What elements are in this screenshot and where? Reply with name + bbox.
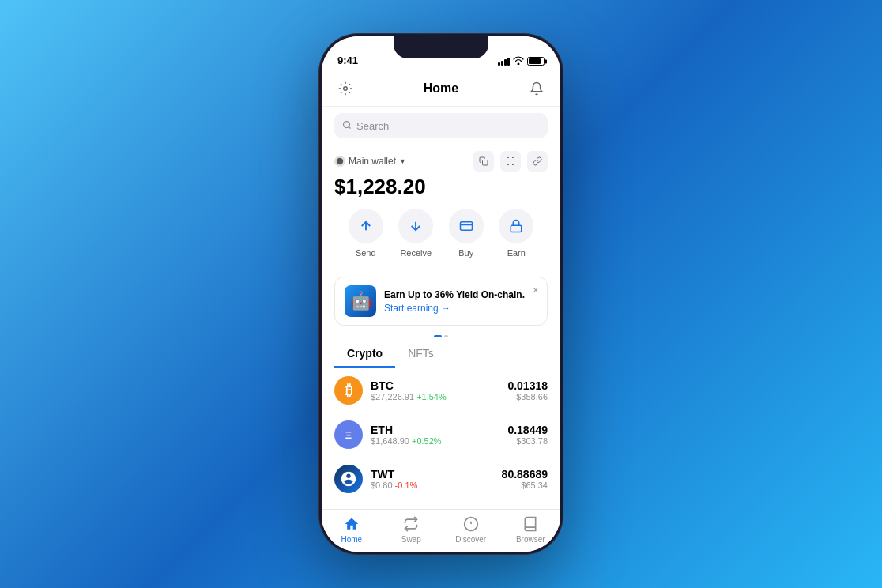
btc-symbol: BTC	[371, 379, 499, 392]
btc-info: BTC $27,226.91 +1.54%	[371, 379, 499, 401]
asset-item-bnb[interactable]: B BNB 2.23298	[322, 501, 560, 509]
wallet-balance: $1,228.20	[334, 175, 548, 199]
phone-notch	[394, 36, 488, 58]
eth-balance: 0.18449	[507, 424, 548, 436]
wallet-header: Main wallet ▼	[334, 151, 548, 172]
banner-close-icon[interactable]: ×	[533, 284, 539, 296]
buy-icon	[449, 209, 484, 243]
receive-icon	[398, 209, 433, 243]
search-icon	[342, 120, 352, 132]
svg-rect-9	[511, 225, 522, 232]
twt-value: $65.34	[502, 481, 548, 490]
swap-icon	[401, 514, 420, 533]
top-nav: Home	[322, 71, 560, 107]
signal-icon	[498, 58, 510, 66]
earn-button[interactable]: Earn	[499, 209, 533, 258]
eth-symbol: ETH	[371, 424, 499, 436]
home-icon	[342, 514, 361, 533]
svg-line-2	[349, 126, 350, 128]
asset-item-eth[interactable]: Ξ ETH $1,648.90 +0.52% 0.18449 $303.78	[322, 413, 560, 457]
banner-robot-icon: 🤖	[345, 285, 376, 317]
nav-home-label: Home	[341, 535, 362, 544]
nav-browser[interactable]: Browser	[501, 514, 561, 544]
svg-rect-4	[483, 160, 488, 166]
battery-icon	[527, 57, 545, 66]
banner-title: Earn Up to 36% Yield On-chain.	[384, 289, 537, 300]
earn-label: Earn	[507, 248, 526, 258]
settings-icon[interactable]	[334, 77, 356, 100]
nav-swap[interactable]: Swap	[382, 514, 442, 544]
earn-banner: 🤖 Earn Up to 36% Yield On-chain. Start e…	[334, 277, 548, 326]
eth-price: $1,648.90 +0.52%	[371, 436, 499, 446]
asset-item-btc[interactable]: ₿ BTC $27,226.91 +1.54% 0.01318 $358.66	[322, 368, 560, 413]
btc-amount: 0.01318 $358.66	[507, 379, 548, 401]
search-placeholder: Search	[356, 120, 389, 132]
eth-info: ETH $1,648.90 +0.52%	[371, 424, 499, 446]
buy-button[interactable]: Buy	[449, 209, 484, 258]
wallet-section: Main wallet ▼	[322, 145, 560, 277]
svg-point-0	[344, 87, 348, 91]
nav-swap-label: Swap	[401, 535, 421, 544]
btc-balance: 0.01318	[507, 379, 548, 392]
btc-change: +1.54%	[416, 392, 447, 401]
wallet-small-icon	[334, 156, 345, 167]
app-content: Home Search	[322, 71, 560, 552]
asset-list: ₿ BTC $27,226.91 +1.54% 0.01318 $358.66	[322, 368, 560, 509]
phone-screen: 9:41	[322, 36, 560, 552]
nav-discover-label: Discover	[455, 535, 486, 544]
banner-text: Earn Up to 36% Yield On-chain. Start ear…	[384, 289, 537, 314]
receive-button[interactable]: Receive	[398, 209, 433, 258]
asset-item-twt[interactable]: TWT $0.80 -0.1% 80.88689 $65.34	[322, 457, 560, 501]
search-bar[interactable]: Search	[334, 113, 548, 138]
btc-value: $358.66	[507, 392, 548, 401]
svg-rect-7	[460, 222, 472, 231]
wallet-label: Main wallet	[349, 156, 396, 167]
nav-home[interactable]: Home	[322, 514, 382, 544]
wallet-name-row[interactable]: Main wallet ▼	[334, 156, 406, 167]
twt-change: -0.1%	[395, 481, 418, 490]
twt-balance: 80.88689	[502, 468, 548, 481]
eth-value: $303.78	[507, 436, 548, 446]
receive-label: Receive	[400, 248, 432, 258]
wallet-chevron-icon: ▼	[399, 157, 406, 165]
nav-browser-label: Browser	[516, 535, 545, 544]
status-time: 9:41	[337, 55, 358, 66]
btc-logo: ₿	[334, 376, 363, 405]
tab-crypto[interactable]: Crypto	[334, 341, 395, 368]
twt-logo	[334, 465, 363, 493]
eth-amount: 0.18449 $303.78	[507, 424, 548, 446]
banner-dots	[322, 335, 560, 337]
wallet-top-actions	[473, 151, 548, 172]
expand-icon[interactable]	[500, 151, 521, 172]
wifi-icon	[513, 56, 524, 66]
bottom-nav: Home Swap	[322, 509, 560, 552]
eth-logo: Ξ	[334, 420, 363, 449]
send-icon	[349, 209, 383, 243]
earn-icon	[499, 209, 533, 243]
status-icons	[498, 56, 545, 66]
eth-change: +0.52%	[412, 436, 442, 446]
connect-icon[interactable]	[527, 151, 548, 172]
send-label: Send	[356, 248, 376, 258]
tab-nfts[interactable]: NFTs	[395, 341, 447, 368]
twt-info: TWT $0.80 -0.1%	[371, 468, 494, 490]
nav-discover[interactable]: Discover	[441, 514, 501, 544]
svg-point-3	[337, 158, 343, 164]
twt-symbol: TWT	[371, 468, 494, 481]
page-title: Home	[424, 81, 458, 96]
twt-price: $0.80 -0.1%	[371, 481, 494, 490]
action-buttons: Send Receive	[334, 209, 548, 258]
phone-frame: 9:41	[318, 33, 564, 555]
dot-2	[444, 335, 448, 337]
buy-label: Buy	[458, 248, 473, 258]
send-button[interactable]: Send	[349, 209, 383, 258]
banner-link[interactable]: Start earning →	[384, 303, 537, 314]
asset-tabs: Crypto NFTs	[322, 341, 560, 368]
notification-icon[interactable]	[526, 77, 548, 100]
copy-icon[interactable]	[473, 151, 494, 172]
twt-amount: 80.88689 $65.34	[502, 468, 548, 490]
discover-icon	[462, 514, 481, 533]
browser-icon	[521, 514, 540, 533]
dot-1	[434, 335, 442, 337]
btc-price: $27,226.91 +1.54%	[371, 392, 499, 401]
